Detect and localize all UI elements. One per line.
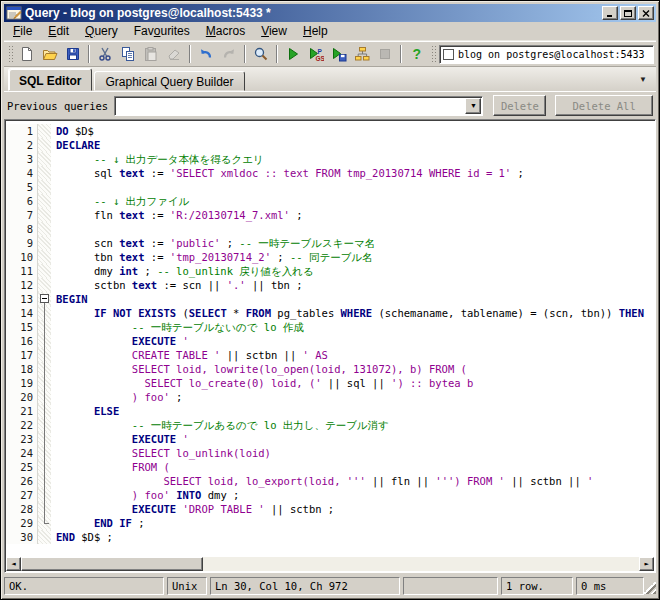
code-line[interactable]: EXECUTE 'DROP TABLE ' || sctbn ; bbox=[51, 502, 334, 516]
execute-pgscript-button[interactable]: PGS bbox=[305, 43, 327, 65]
scroll-left-arrow-icon[interactable]: ◄ bbox=[6, 557, 21, 571]
toolbar-separator bbox=[276, 45, 278, 63]
line-number: 3 bbox=[6, 152, 38, 166]
previous-queries-combo[interactable]: ▼ bbox=[114, 96, 483, 116]
code-line[interactable]: SELECT lo_unlink(loid) bbox=[51, 446, 271, 460]
code-line[interactable]: scn text := 'public' ; -- 一時テーブルスキーマ名 bbox=[51, 236, 375, 250]
fold-margin bbox=[38, 152, 51, 166]
toolbar-separator bbox=[400, 45, 402, 63]
code-line[interactable]: sql text := 'SELECT xmldoc :: text FROM … bbox=[51, 166, 524, 180]
code-line[interactable]: dmy int ; -- lo_unlink 戻り値を入れる bbox=[51, 264, 314, 278]
code-row: 2DECLARE bbox=[6, 138, 654, 152]
previous-queries-dropdown-arrow[interactable]: ▼ bbox=[465, 98, 481, 114]
code-line[interactable]: SELECT loid, lo_export(loid, ''' || fln … bbox=[51, 474, 593, 488]
scrollbar-track[interactable] bbox=[203, 557, 639, 571]
minimize-button[interactable] bbox=[602, 6, 618, 20]
connection-checkbox[interactable] bbox=[443, 49, 454, 60]
tab-sql-editor[interactable]: SQL Editor bbox=[8, 68, 92, 91]
open-file-button[interactable] bbox=[39, 43, 61, 65]
scroll-right-arrow-icon[interactable]: ► bbox=[639, 557, 654, 571]
menu-help[interactable]: Help bbox=[295, 22, 336, 40]
code-line[interactable]: -- 一時テーブルないので lo 作成 bbox=[51, 320, 304, 334]
menu-edit[interactable]: Edit bbox=[40, 22, 77, 40]
scrollbar-thumb[interactable] bbox=[21, 557, 203, 571]
save-file-button[interactable] bbox=[62, 43, 84, 65]
cancel-query-button bbox=[374, 43, 396, 65]
fold-margin bbox=[38, 530, 51, 544]
menu-query[interactable]: Query bbox=[77, 22, 126, 40]
help-button[interactable]: ? bbox=[406, 43, 428, 65]
delete-button[interactable]: Delete bbox=[493, 95, 546, 116]
delete-all-button[interactable]: Delete All bbox=[555, 95, 653, 116]
code-line[interactable]: tbn text := 'tmp_20130714_2' ; -- 同テーブル名 bbox=[51, 250, 373, 264]
code-row: 3 -- ↓ 出力データ本体を得るクエリ bbox=[6, 152, 654, 166]
code-line[interactable]: DO $D$ bbox=[51, 124, 94, 138]
tab-list-dropdown-button[interactable]: ▼ bbox=[635, 72, 651, 87]
horizontal-scrollbar[interactable]: ◄ ► bbox=[6, 557, 654, 571]
code-line[interactable]: -- 一時テーブルあるので lo 出力し、テーブル消す bbox=[51, 418, 389, 432]
execute-icon bbox=[285, 46, 301, 62]
new-query-button[interactable] bbox=[16, 43, 38, 65]
code-row: 1DO $D$ bbox=[6, 124, 654, 138]
code-line[interactable]: END $D$ ; bbox=[51, 530, 113, 544]
query-window: Query - blog on postgres@localhost:5433 … bbox=[0, 0, 660, 600]
code-area[interactable]: 1DO $D$2DECLARE3 -- ↓ 出力データ本体を得るクエリ4 sql… bbox=[6, 121, 654, 557]
code-row: 23 EXECUTE ' bbox=[6, 432, 654, 446]
code-line[interactable]: -- ↓ 出力データ本体を得るクエリ bbox=[51, 152, 264, 166]
copy-button[interactable] bbox=[117, 43, 139, 65]
code-line[interactable]: ) foo' INTO dmy ; bbox=[51, 488, 239, 502]
fold-margin bbox=[38, 404, 51, 418]
code-line[interactable]: sctbn text := scn || '.' || tbn ; bbox=[51, 278, 303, 292]
code-line[interactable]: -- ↓ 出力ファイル bbox=[51, 194, 190, 208]
maximize-button[interactable] bbox=[620, 6, 636, 20]
line-number: 28 bbox=[6, 502, 38, 516]
line-number: 20 bbox=[6, 390, 38, 404]
line-number: 23 bbox=[6, 432, 38, 446]
code-line[interactable]: FROM ( bbox=[51, 460, 170, 474]
menu-favourites[interactable]: Favourites bbox=[126, 22, 198, 40]
code-line[interactable]: END IF ; bbox=[51, 516, 145, 530]
execute-query-button[interactable] bbox=[282, 43, 304, 65]
code-row: 7 fln text := 'R:/20130714_7.xml' ; bbox=[6, 208, 654, 222]
code-line[interactable] bbox=[51, 222, 56, 236]
eraser-icon bbox=[166, 46, 182, 62]
menu-view[interactable]: View bbox=[253, 22, 295, 40]
code-line[interactable]: EXECUTE ' bbox=[51, 432, 189, 446]
code-line[interactable]: BEGIN bbox=[51, 292, 88, 306]
undo-button[interactable] bbox=[195, 43, 217, 65]
code-row: 5 bbox=[6, 180, 654, 194]
toolbar-grip[interactable] bbox=[8, 45, 13, 63]
code-line[interactable]: fln text := 'R:/20130714_7.xml' ; bbox=[51, 208, 303, 222]
find-button[interactable] bbox=[250, 43, 272, 65]
line-number: 21 bbox=[6, 404, 38, 418]
fold-margin bbox=[38, 460, 51, 474]
connection-combo[interactable]: blog on postgres@localhost:5433 bbox=[439, 45, 654, 64]
fold-collapse-icon[interactable] bbox=[40, 294, 49, 303]
code-line[interactable]: IF NOT EXISTS (SELECT * FROM pg_tables W… bbox=[51, 306, 644, 320]
menu-macros[interactable]: Macros bbox=[198, 22, 253, 40]
close-button[interactable] bbox=[638, 6, 654, 20]
code-line[interactable]: CREATE TABLE ' || sctbn || ' AS bbox=[51, 348, 328, 362]
search-icon bbox=[253, 46, 269, 62]
resize-grip[interactable] bbox=[643, 581, 656, 594]
fold-margin bbox=[38, 264, 51, 278]
code-row: 14 IF NOT EXISTS (SELECT * FROM pg_table… bbox=[6, 306, 654, 320]
sql-editor[interactable]: 1DO $D$2DECLARE3 -- ↓ 出力データ本体を得るクエリ4 sql… bbox=[4, 119, 656, 573]
code-line[interactable]: DECLARE bbox=[51, 138, 100, 152]
cut-button[interactable] bbox=[94, 43, 116, 65]
code-line[interactable]: SELECT loid, lowrite(lo_open(loid, 13107… bbox=[51, 362, 467, 376]
code-row: 11 dmy int ; -- lo_unlink 戻り値を入れる bbox=[6, 264, 654, 278]
toolbar-grip[interactable] bbox=[431, 45, 436, 63]
code-line[interactable] bbox=[51, 180, 56, 194]
title-bar[interactable]: Query - blog on postgres@localhost:5433 … bbox=[4, 4, 656, 22]
menu-file[interactable]: File bbox=[5, 22, 40, 40]
status-panel-4: 1 row. bbox=[501, 577, 573, 595]
tab-graphical-query-builder[interactable]: Graphical Query Builder bbox=[94, 71, 244, 91]
code-line[interactable]: EXECUTE ' bbox=[51, 334, 189, 348]
explain-query-button[interactable] bbox=[351, 43, 373, 65]
execute-to-file-button[interactable] bbox=[328, 43, 350, 65]
code-line[interactable]: ELSE bbox=[51, 404, 119, 418]
code-line[interactable]: SELECT lo_create(0) loid, (' || sql || '… bbox=[51, 376, 473, 390]
code-line[interactable]: ) foo' ; bbox=[51, 390, 182, 404]
fold-margin bbox=[38, 250, 51, 264]
